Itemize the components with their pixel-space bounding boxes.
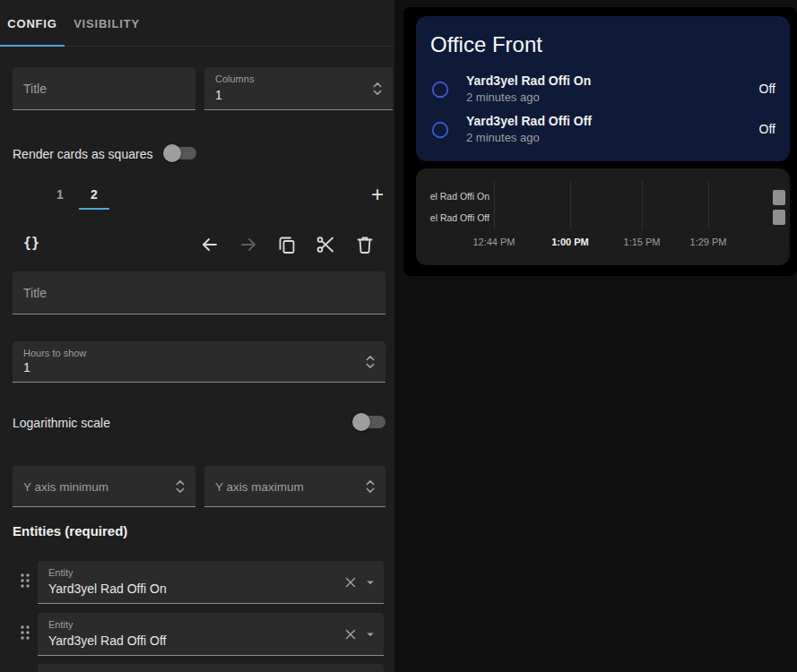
- add-card-tab-button[interactable]: +: [371, 182, 384, 207]
- squares-toggle[interactable]: [166, 147, 196, 159]
- stack-title-field[interactable]: [13, 67, 195, 110]
- card-tab-2-label: 2: [91, 187, 98, 202]
- card-tab-1[interactable]: 1: [45, 179, 75, 210]
- squares-toggle-label: Render cards as squares: [13, 147, 152, 161]
- copy-icon[interactable]: [276, 234, 298, 255]
- graph-row-label: el Rad Offi On: [420, 191, 489, 202]
- state-segment-bar: [773, 190, 785, 205]
- entity-label: Entity: [48, 619, 74, 630]
- entity-state[interactable]: Off: [759, 122, 775, 136]
- stack-title-input[interactable]: [13, 67, 195, 109]
- hours-label: Hours to show: [23, 348, 86, 358]
- entity-state[interactable]: Off: [759, 82, 775, 96]
- y-axis-min-label: Y axis minimum: [23, 479, 108, 493]
- unfold-more-icon[interactable]: [368, 79, 387, 99]
- caret-down-icon[interactable]: [362, 574, 378, 590]
- hours-to-show-select[interactable]: Hours to show 1: [13, 341, 386, 383]
- entity-row[interactable]: Yard3yel Rad Offi On 2 minutes ago Off: [416, 70, 790, 110]
- state-segment-bar: [773, 210, 785, 225]
- drag-handle-icon[interactable]: [14, 622, 36, 643]
- unfold-more-icon[interactable]: [360, 352, 380, 372]
- y-axis-min-select[interactable]: Y axis minimum: [13, 466, 195, 507]
- radio-button-unchecked-icon[interactable]: [430, 120, 450, 140]
- card-title-field[interactable]: [13, 271, 386, 314]
- entity-value: Yard3yel Rad Offi Off: [48, 633, 167, 648]
- code-editor-button[interactable]: {}: [23, 235, 39, 251]
- log-scale-toggle-thumb: [352, 413, 370, 431]
- time-axis-label: 1:15 PM: [624, 237, 661, 247]
- unfold-more-icon[interactable]: [170, 477, 190, 496]
- grid-line: [570, 181, 571, 229]
- drag-handle-icon[interactable]: [14, 570, 36, 591]
- clear-x-icon[interactable]: [342, 574, 359, 590]
- delete-trash-icon[interactable]: [354, 234, 376, 255]
- plus-icon: +: [371, 182, 384, 206]
- card-title: Office Front: [430, 32, 542, 57]
- tab-visibility[interactable]: VISIBILITY: [65, 0, 149, 47]
- time-axis-label: 1:00 PM: [551, 237, 589, 247]
- log-scale-toggle[interactable]: [355, 416, 386, 428]
- undo-arrow-icon[interactable]: [199, 234, 221, 255]
- entity-picker[interactable]: Entity Yard3yel Rad Offi On: [38, 561, 384, 604]
- entity-row[interactable]: Yard3yel Rad Offi Off 2 minutes ago Off: [416, 110, 790, 151]
- time-axis-label: 1:29 PM: [690, 237, 727, 247]
- entity-last-changed: 2 minutes ago: [466, 90, 540, 104]
- tab-config-label: CONFIG: [7, 17, 56, 30]
- entity-last-changed: 2 minutes ago: [466, 131, 540, 144]
- squares-toggle-thumb: [163, 144, 181, 162]
- time-axis-label: 12:44 PM: [472, 237, 515, 247]
- columns-select[interactable]: Columns 1: [204, 67, 393, 110]
- tab-config-underline: [0, 45, 65, 47]
- columns-label: Columns: [215, 73, 254, 84]
- entity-picker[interactable]: Entity Yard3yel Rad Offi Off: [38, 613, 384, 656]
- card-editor-screen: CONFIG VISIBILITY Columns 1 Render cards…: [0, 0, 797, 672]
- curly-braces-icon: {}: [23, 235, 39, 251]
- y-axis-max-label: Y axis maximum: [215, 479, 304, 493]
- graph-row-label: el Rad Offi Off: [420, 212, 489, 223]
- entities-heading: Entities (required): [13, 523, 127, 538]
- unfold-more-icon[interactable]: [360, 477, 380, 496]
- card-tab-1-label: 1: [56, 187, 64, 202]
- grid-line: [708, 181, 709, 229]
- grid-line: [642, 181, 643, 229]
- editor-tab-bar: CONFIG VISIBILITY: [0, 0, 394, 47]
- log-scale-label: Logarithmic scale: [13, 416, 110, 430]
- tab-config[interactable]: CONFIG: [0, 0, 65, 47]
- cut-scissors-icon[interactable]: [315, 234, 336, 255]
- card-preview-panel: Office Front Yard3yel Rad Offi On 2 minu…: [403, 7, 797, 276]
- entities-card-preview: Office Front Yard3yel Rad Offi On 2 minu…: [416, 16, 790, 161]
- tab-visibility-label: VISIBILITY: [74, 17, 140, 30]
- entity-label: Entity: [48, 567, 74, 578]
- clear-x-icon[interactable]: [342, 626, 359, 642]
- card-tab-2[interactable]: 2: [79, 179, 109, 210]
- columns-value: 1: [215, 88, 222, 102]
- y-axis-max-select[interactable]: Y axis maximum: [204, 466, 386, 507]
- history-graph-card-preview: el Rad Offi On el Rad Offi Off 12:44 PM …: [416, 168, 790, 265]
- grid-line: [494, 181, 495, 229]
- redo-arrow-icon[interactable]: [238, 234, 259, 255]
- entity-value: Yard3yel Rad Offi On: [48, 582, 167, 596]
- entity-name: Yard3yel Rad Offi Off: [466, 114, 592, 128]
- entity-name: Yard3yel Rad Offi On: [466, 73, 591, 88]
- next-field-peek: [38, 664, 384, 672]
- hours-value: 1: [23, 360, 30, 375]
- radio-button-unchecked-icon[interactable]: [430, 80, 450, 99]
- card-title-input[interactable]: [13, 271, 386, 314]
- config-panel: CONFIG VISIBILITY Columns 1 Render cards…: [0, 0, 394, 672]
- caret-down-icon[interactable]: [362, 626, 378, 642]
- card-tab-2-underline: [79, 208, 109, 210]
